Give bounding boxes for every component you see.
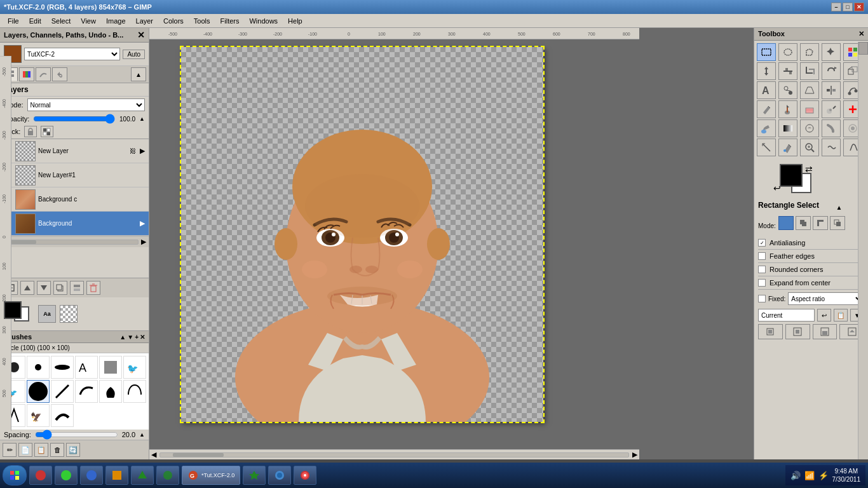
brush-copy-button[interactable]: 📋 [34,443,48,457]
taskbar-app-5[interactable] [131,466,154,485]
brush-item[interactable] [51,404,74,427]
opacity-up-icon[interactable]: ▲ [139,116,145,122]
maximize-button[interactable]: □ [843,3,853,11]
scrollbar-thumb[interactable] [858,42,868,55]
fixed-select[interactable]: Aspect ratio Width Height Size [788,292,864,305]
tab-channels[interactable] [19,67,34,81]
taskbar-app-9[interactable] [268,466,291,485]
duplicate-layer-button[interactable] [53,281,67,295]
mode-replace[interactable] [778,216,794,230]
aa-color-button[interactable]: Aa [38,305,56,323]
blend-tool[interactable] [778,119,797,137]
copy-btn[interactable]: 📋 [834,309,848,322]
mode-add[interactable] [796,216,811,230]
brush-item[interactable] [75,380,98,403]
menu-help[interactable]: Help [283,16,308,26]
zoom-tool[interactable] [800,139,819,156]
menu-colors[interactable]: Colors [158,16,189,26]
chain-icon[interactable]: ⛓ [130,147,137,154]
scroll-up-icon[interactable]: ▲ [131,67,146,81]
brush-item[interactable] [123,380,146,403]
brush-item-selected[interactable] [27,380,50,403]
reset-btn[interactable]: ↩ [817,309,831,322]
brush-item[interactable] [99,380,122,403]
measure-tool[interactable] [757,139,776,156]
raise-layer-button[interactable] [20,281,34,295]
move-tool[interactable] [757,62,776,80]
eraser-tool[interactable] [800,100,819,118]
color-picker-tool[interactable] [778,139,797,156]
menu-file[interactable]: File [3,16,24,26]
menu-edit[interactable]: Edit [24,16,46,26]
crop-tool[interactable] [800,62,819,80]
flip-tool[interactable] [822,81,841,99]
brushes-scroll-up[interactable]: ▲ [119,334,126,341]
merge-layer-button[interactable] [70,281,84,295]
lock-pixels-button[interactable] [24,126,37,137]
brushes-close[interactable]: ✕ [140,334,145,341]
brush-item[interactable]: 🐦 [123,356,146,379]
menu-select[interactable]: Select [46,16,76,26]
menu-image[interactable]: Image [101,16,131,26]
menu-windows[interactable]: Windows [244,16,283,26]
taskbar-app-3[interactable] [80,466,103,485]
pencil-tool[interactable] [757,100,776,118]
opacity-slider[interactable] [33,114,115,123]
right-panel-scrollbar[interactable] [858,42,868,459]
current-input[interactable] [758,309,815,322]
spacing-up-icon[interactable]: ▲ [139,431,145,438]
xcf-selector[interactable]: TutXCF-2 [24,48,120,60]
brushes-more[interactable]: ▼ [127,334,133,341]
brush-item[interactable]: 🦅 [27,404,50,427]
paintbrush-tool[interactable] [778,100,797,118]
layer-item[interactable]: 👁 Background c [0,187,149,212]
taskbar-app-8[interactable] [243,466,266,485]
shrink-btn[interactable] [758,324,783,339]
horizontal-scrollbar[interactable]: ◀ ▶ [149,449,639,459]
spacing-slider[interactable] [35,431,118,438]
tray-icon-2[interactable]: 📶 [804,471,815,480]
layer-item[interactable]: 👁 New Layer#1 [0,163,149,187]
brush-item[interactable]: A [75,356,98,379]
fuzzy-select-tool[interactable] [822,43,841,61]
image-canvas[interactable] [181,47,543,422]
taskbar-app-gimp[interactable]: G *Tut.XCF-2.0 [182,466,240,485]
h-scroll-track[interactable] [159,452,629,458]
toolbox-close[interactable]: ✕ [858,30,864,38]
foreground-color[interactable] [4,301,22,319]
tray-icon-3[interactable]: ⚡ [818,471,829,480]
clone-tool[interactable] [778,81,797,99]
rect-select-expand[interactable]: ▲ [836,204,843,211]
menu-layer[interactable]: Layer [131,16,159,26]
antialiasing-checkbox[interactable] [758,239,766,247]
system-clock[interactable]: 9:48 AM 7/30/2011 [832,467,861,484]
smudge-tool[interactable] [822,119,841,137]
taskbar-app-1[interactable] [29,466,52,485]
expand-checkbox[interactable] [758,279,766,287]
save-btn[interactable] [813,324,837,339]
ellipse-select-tool[interactable] [778,43,797,61]
brush-item[interactable] [51,380,74,403]
mode-intersect[interactable] [830,216,845,230]
taskbar-app-2[interactable] [55,466,78,485]
canvas-area[interactable]: -500 -400 -300 -200 -100 0 100 200 300 4… [149,28,754,459]
toolbox-foreground[interactable] [780,164,803,187]
tab-paths[interactable] [36,67,51,81]
taskbar-app-6[interactable] [156,466,179,485]
layer-item[interactable]: 👁 New Layer ⛓ ▶ [0,139,149,163]
layer-item-selected[interactable]: 👁 Background ▶ [0,212,149,236]
menu-view[interactable]: View [76,16,101,26]
brush-edit-button[interactable]: ✏ [3,443,17,457]
pattern-button[interactable] [60,305,78,323]
free-select-tool[interactable] [800,43,819,61]
rounded-checkbox[interactable] [758,266,766,273]
bucket-fill-tool[interactable] [757,119,776,137]
layers-panel-close[interactable]: ✕ [137,30,145,40]
auto-button[interactable]: Auto [123,50,145,59]
mode-subtract[interactable] [813,216,828,230]
delete-layer-button[interactable] [86,281,100,295]
dodge-burn-tool[interactable] [800,119,819,137]
tray-icon-1[interactable]: 🔊 [790,471,801,480]
brush-delete-button[interactable]: 🗑 [50,443,64,457]
brushes-add[interactable]: + [135,334,139,341]
